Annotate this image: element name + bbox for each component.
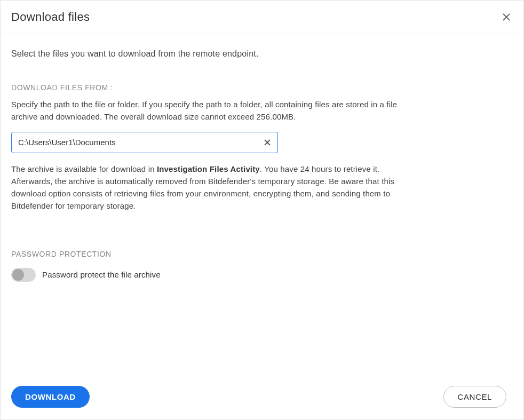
archive-note: The archive is available for download in… bbox=[11, 163, 417, 212]
path-input-wrapper bbox=[11, 132, 278, 153]
password-toggle-row: Password protect the file archive bbox=[11, 268, 513, 282]
path-help-text: Specify the path to the file or folder. … bbox=[11, 98, 417, 123]
archive-note-prefix: The archive is available for download in bbox=[11, 164, 157, 173]
password-toggle[interactable] bbox=[11, 268, 36, 282]
modal-title: Download files bbox=[11, 10, 90, 24]
cancel-button[interactable]: CANCEL bbox=[443, 386, 506, 408]
archive-note-bold: Investigation Files Activity bbox=[157, 164, 260, 173]
intro-text: Select the files you want to download fr… bbox=[11, 49, 513, 59]
path-input[interactable] bbox=[11, 132, 278, 153]
clear-input-button[interactable] bbox=[260, 135, 275, 150]
password-toggle-label: Password protect the file archive bbox=[42, 270, 161, 279]
download-files-modal: Download files Select the files you want… bbox=[0, 0, 524, 420]
close-button[interactable] bbox=[500, 11, 513, 23]
clear-icon bbox=[263, 138, 272, 147]
modal-body: Select the files you want to download fr… bbox=[1, 34, 523, 376]
download-from-label: DOWNLOAD FILES FROM : bbox=[11, 83, 513, 92]
password-section: PASSWORD PROTECTION Password protect the… bbox=[11, 250, 513, 282]
password-section-label: PASSWORD PROTECTION bbox=[11, 250, 513, 258]
modal-header: Download files bbox=[1, 1, 523, 34]
toggle-knob bbox=[12, 269, 24, 281]
close-icon bbox=[502, 13, 511, 21]
modal-footer: DOWNLOAD CANCEL bbox=[1, 376, 523, 419]
download-button[interactable]: DOWNLOAD bbox=[11, 386, 90, 408]
